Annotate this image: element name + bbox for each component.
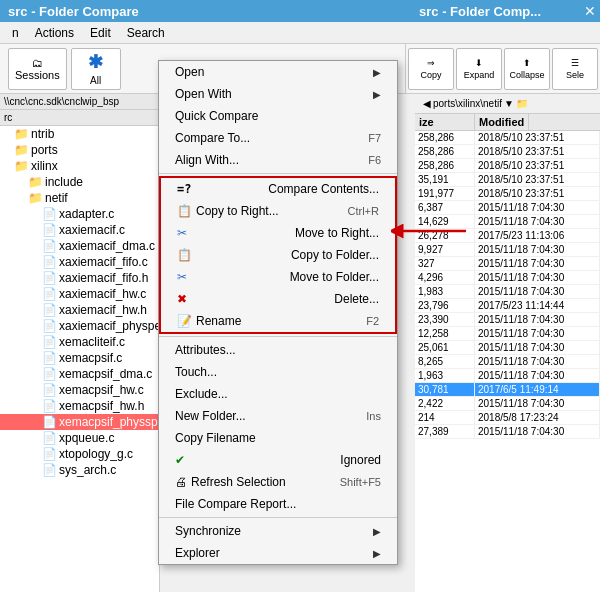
file-row[interactable]: 258,286 2018/5/10 23:37:51 xyxy=(415,145,600,159)
file-row[interactable]: 1,963 2015/11/18 7:04:30 xyxy=(415,369,600,383)
tree-xaxiemacif[interactable]: 📄 xaxiemacif.c xyxy=(0,222,159,238)
ctx-delete[interactable]: ✖ Delete... xyxy=(161,288,395,310)
tree-xemacpsif-dma[interactable]: 📄 xemacpsif_dma.c xyxy=(0,366,159,382)
ctx-copy-to-right[interactable]: 📋 Copy to Right... Ctrl+R xyxy=(161,200,395,222)
nav-dir-icon[interactable]: 📁 xyxy=(516,98,528,109)
tree-xemacliteif[interactable]: 📄 xemacliteif.c xyxy=(0,334,159,350)
menu-edit[interactable]: Edit xyxy=(82,24,119,42)
file-row[interactable]: 6,387 2015/11/18 7:04:30 xyxy=(415,201,600,215)
file-row[interactable]: 214 2018/5/8 17:23:24 xyxy=(415,411,600,425)
tree-netif[interactable]: 📁 netif xyxy=(0,190,159,206)
collapse-button[interactable]: ⬆ Collapse xyxy=(504,48,550,90)
all-button[interactable]: ✱ All xyxy=(71,48,121,90)
ctx-open[interactable]: Open ▶ xyxy=(159,61,397,83)
nav-forward-icon[interactable]: ▼ xyxy=(504,98,514,109)
ctx-open-with-label: Open With xyxy=(175,87,232,101)
ctx-quick-compare[interactable]: Quick Compare xyxy=(159,105,397,127)
file-row[interactable]: 23,390 2015/11/18 7:04:30 xyxy=(415,313,600,327)
tree-xemacpsif-phys[interactable]: 📄 xemacpsif_physspee... xyxy=(0,414,159,430)
tree-xemacpsif-dma-label: xemacpsif_dma.c xyxy=(59,367,152,381)
file-row[interactable]: 2,422 2015/11/18 7:04:30 xyxy=(415,397,600,411)
file-row[interactable]: 8,265 2015/11/18 7:04:30 xyxy=(415,355,600,369)
ctx-compare-to-shortcut: F7 xyxy=(368,132,381,144)
sessions-label: Sessions xyxy=(15,69,60,81)
ctx-file-compare-report[interactable]: File Compare Report... xyxy=(159,493,397,515)
ctx-copy-filename[interactable]: Copy Filename xyxy=(159,427,397,449)
copy-button[interactable]: ⇒ Copy xyxy=(408,48,454,90)
tree-xilinx-label: xilinx xyxy=(31,159,58,173)
file-icon: 📄 xyxy=(42,207,57,221)
tree-xaxiemacif-fifo-h[interactable]: 📄 xaxiemacif_fifo.h xyxy=(0,270,159,286)
tree-ports[interactable]: 📁 ports xyxy=(0,142,159,158)
menu-n[interactable]: n xyxy=(4,24,27,42)
tree-sys-arch[interactable]: 📄 sys_arch.c xyxy=(0,462,159,478)
tree-include[interactable]: 📁 include xyxy=(0,174,159,190)
file-size: 2,422 xyxy=(415,397,475,410)
ctx-touch[interactable]: Touch... xyxy=(159,361,397,383)
ctx-move-to-right[interactable]: ✂ Move to Right... xyxy=(161,222,395,244)
ctx-rename[interactable]: 📝 Rename F2 xyxy=(161,310,395,332)
nav-back-icon[interactable]: ◀ xyxy=(423,98,431,109)
tree-include-label: include xyxy=(45,175,83,189)
tree-xtopology[interactable]: 📄 xtopology_g.c xyxy=(0,446,159,462)
sele-button[interactable]: ☰ Sele xyxy=(552,48,598,90)
tree-xaxiemacif-label: xaxiemacif.c xyxy=(59,223,125,237)
ctx-synchronize[interactable]: Synchronize ▶ xyxy=(159,520,397,542)
file-row[interactable]: 26,278 2017/5/23 11:13:06 xyxy=(415,229,600,243)
file-size: 12,258 xyxy=(415,327,475,340)
file-row[interactable]: 30,781 2017/6/5 11:49:14 xyxy=(415,383,600,397)
ctx-compare-to[interactable]: Compare To... F7 xyxy=(159,127,397,149)
expand-button[interactable]: ⬇ Expand xyxy=(456,48,502,90)
ctx-open-with[interactable]: Open With ▶ xyxy=(159,83,397,105)
ctx-explorer[interactable]: Explorer ▶ xyxy=(159,542,397,564)
sessions-button[interactable]: 🗂 Sessions xyxy=(8,48,67,90)
menu-search[interactable]: Search xyxy=(119,24,173,42)
ctx-new-folder[interactable]: New Folder... Ins xyxy=(159,405,397,427)
file-row[interactable]: 23,796 2017/5/23 11:14:44 xyxy=(415,299,600,313)
ctx-refresh-selection[interactable]: 🖨 Refresh Selection Shift+F5 xyxy=(159,471,397,493)
ctx-attributes[interactable]: Attributes... xyxy=(159,339,397,361)
file-row[interactable]: 12,258 2015/11/18 7:04:30 xyxy=(415,327,600,341)
file-date: 2015/11/18 7:04:30 xyxy=(475,201,600,214)
file-row[interactable]: 191,977 2018/5/10 23:37:51 xyxy=(415,187,600,201)
file-row[interactable]: 258,286 2018/5/10 23:37:51 xyxy=(415,159,600,173)
file-row[interactable]: 25,061 2015/11/18 7:04:30 xyxy=(415,341,600,355)
ctx-compare-contents[interactable]: =? Compare Contents... xyxy=(161,178,395,200)
tree-ntrib[interactable]: 📁 ntrib xyxy=(0,126,159,142)
file-row[interactable]: 14,629 2015/11/18 7:04:30 xyxy=(415,215,600,229)
file-date: 2018/5/10 23:37:51 xyxy=(475,187,600,200)
column-headers: ize Modified xyxy=(415,114,600,131)
tree-xemacpsif-hw-c[interactable]: 📄 xemacpsif_hw.c xyxy=(0,382,159,398)
close-button[interactable]: ✕ xyxy=(584,3,596,19)
file-row[interactable]: 1,983 2015/11/18 7:04:30 xyxy=(415,285,600,299)
file-row[interactable]: 35,191 2018/5/10 23:37:51 xyxy=(415,173,600,187)
tree-xemacpsif-hw-h[interactable]: 📄 xemacpsif_hw.h xyxy=(0,398,159,414)
tree-xadapter[interactable]: 📄 xadapter.c xyxy=(0,206,159,222)
tree-xpqueue[interactable]: 📄 xpqueue.c xyxy=(0,430,159,446)
ctx-exclude-label: Exclude... xyxy=(175,387,228,401)
file-row[interactable]: 9,927 2015/11/18 7:04:30 xyxy=(415,243,600,257)
file-row[interactable]: 4,296 2015/11/18 7:04:30 xyxy=(415,271,600,285)
tree-xaxiemacif-phys[interactable]: 📄 xaxiemacif_physpe... xyxy=(0,318,159,334)
tree-xaxiemacif-dma[interactable]: 📄 xaxiemacif_dma.c xyxy=(0,238,159,254)
tree-xaxiemacif-hw-c[interactable]: 📄 xaxiemacif_hw.c xyxy=(0,286,159,302)
ctx-copy-to-folder[interactable]: 📋 Copy to Folder... xyxy=(161,244,395,266)
tree-xaxiemacif-hw-h[interactable]: 📄 xaxiemacif_hw.h xyxy=(0,302,159,318)
ctx-align-with[interactable]: Align With... F6 xyxy=(159,149,397,171)
file-row[interactable]: 27,389 2015/11/18 7:04:30 xyxy=(415,425,600,439)
ctx-exclude[interactable]: Exclude... xyxy=(159,383,397,405)
file-row[interactable]: 327 2015/11/18 7:04:30 xyxy=(415,257,600,271)
file-row[interactable]: 258,286 2018/5/10 23:37:51 xyxy=(415,131,600,145)
menu-actions[interactable]: Actions xyxy=(27,24,82,42)
file-date: 2015/11/18 7:04:30 xyxy=(475,425,600,438)
tree-xilinx[interactable]: 📁 xilinx xyxy=(0,158,159,174)
left-path2-text: rc xyxy=(4,112,12,123)
file-date: 2015/11/18 7:04:30 xyxy=(475,271,600,284)
tree-xaxiemacif-fifo-c[interactable]: 📄 xaxiemacif_fifo.c xyxy=(0,254,159,270)
ctx-ignored[interactable]: ✔ Ignored xyxy=(159,449,397,471)
file-icon: 📄 xyxy=(42,319,57,333)
file-icon: 📄 xyxy=(42,223,57,237)
ctx-move-to-folder[interactable]: ✂ Move to Folder... xyxy=(161,266,395,288)
tree-xemacpsif[interactable]: 📄 xemacpsif.c xyxy=(0,350,159,366)
title-text: src - Folder Compare xyxy=(8,4,139,19)
